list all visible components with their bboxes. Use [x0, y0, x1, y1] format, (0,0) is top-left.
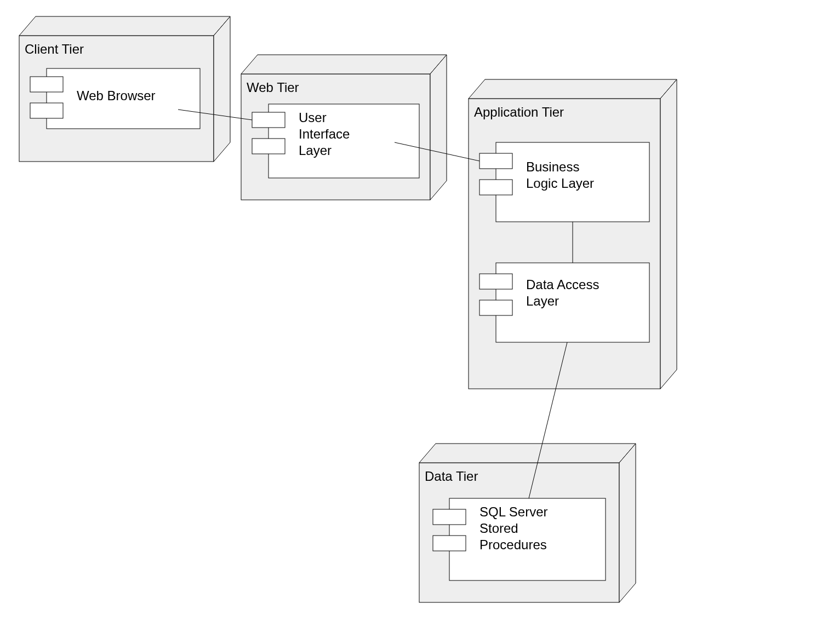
svg-rect-25	[433, 509, 466, 525]
svg-rect-19	[480, 274, 512, 289]
node-client-tier-title: Client Tier	[25, 42, 84, 56]
svg-marker-23	[619, 444, 636, 602]
svg-rect-26	[433, 536, 466, 551]
component-sql-label-2: Procedures	[480, 537, 547, 552]
node-application-tier-title: Application Tier	[474, 105, 564, 119]
node-data-tier-title: Data Tier	[425, 469, 478, 484]
node-data-tier: Data Tier SQL Server Stored Procedures	[419, 444, 636, 602]
component-dal-label-0: Data Access	[526, 277, 599, 292]
node-client-tier: Client Tier Web Browser	[19, 16, 230, 162]
svg-rect-4	[30, 77, 63, 92]
svg-rect-10	[252, 112, 285, 128]
svg-marker-2	[214, 16, 230, 162]
component-ui-layer-label-2: Layer	[299, 143, 332, 158]
deployment-diagram: Client Tier Web Browser Web Tier User In…	[0, 0, 822, 644]
component-sql-label-0: SQL Server	[480, 504, 548, 519]
svg-marker-13	[469, 79, 677, 99]
component-ui-layer-label-0: User	[299, 110, 327, 125]
svg-marker-22	[419, 444, 636, 463]
svg-rect-20	[480, 300, 512, 315]
component-business-logic-layer: Business Logic Layer	[480, 142, 649, 222]
component-bll-label-0: Business	[526, 159, 579, 174]
svg-rect-16	[480, 153, 512, 169]
svg-marker-1	[19, 16, 230, 36]
svg-rect-18	[496, 263, 649, 342]
svg-rect-5	[30, 103, 63, 118]
node-web-tier: Web Tier User Interface Layer	[241, 55, 447, 200]
component-user-interface-layer: User Interface Layer	[252, 104, 419, 178]
component-web-browser: Web Browser	[30, 68, 200, 129]
svg-marker-14	[660, 79, 677, 389]
component-ui-layer-label-1: Interface	[299, 127, 350, 141]
component-sql-label-1: Stored	[480, 521, 518, 536]
svg-rect-11	[252, 139, 285, 154]
svg-marker-7	[241, 55, 447, 74]
component-dal-label-1: Layer	[526, 294, 559, 308]
svg-marker-8	[430, 55, 447, 200]
component-data-access-layer: Data Access Layer	[480, 263, 649, 342]
component-bll-label-1: Logic Layer	[526, 176, 594, 191]
component-sql-server: SQL Server Stored Procedures	[433, 498, 606, 580]
node-web-tier-title: Web Tier	[247, 80, 299, 95]
svg-rect-17	[480, 180, 512, 195]
component-web-browser-label-0: Web Browser	[77, 88, 156, 103]
